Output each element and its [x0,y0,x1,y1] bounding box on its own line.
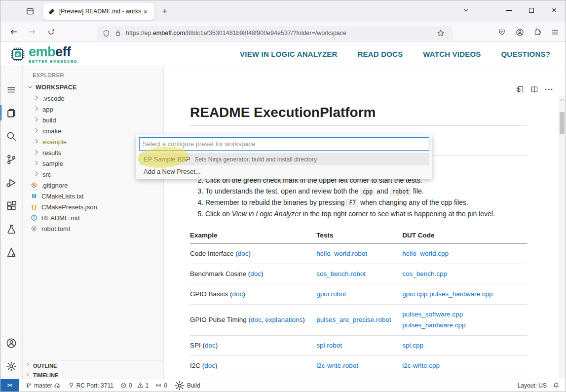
firefox-view-icon[interactable] [23,5,37,18]
activity-search-icon[interactable] [0,124,22,148]
tree-item-readme-md[interactable]: README.md [23,212,163,223]
activity-run-debug-icon[interactable] [0,171,22,194]
quick-pick-item[interactable]: EP Sample BSPSets Ninja generator, build… [139,153,429,165]
tree-item-cmakelists-txt[interactable]: MCMakeLists.txt [23,191,163,201]
doc-link[interactable]: doc [232,290,243,298]
tree-item-app[interactable]: app [23,104,163,115]
more-actions-icon[interactable]: ··· [545,85,554,93]
tree-item-build[interactable]: build [23,115,163,125]
doc-link[interactable]: pulses_are_precise.robot [316,316,391,323]
puzzle-icon[interactable] [531,25,544,39]
tree-root-workspace[interactable]: WORKSPACE [23,82,163,93]
address-bar[interactable]: https://ep.embeff.com/88dc1ef35301481b98… [97,26,453,40]
table-header-row: ExampleTestsDUT Code [190,228,527,244]
quick-pick-item-label: Add a New Preset... [144,168,201,175]
quick-pick-item[interactable]: Add a New Preset... [139,165,429,178]
close-button[interactable]: × [543,0,566,20]
doc-link[interactable]: pulses_hardware.cpp [429,290,492,298]
doc-link[interactable]: hello_world.cpp [402,250,449,257]
preview-icon[interactable] [516,85,524,93]
activity-extensions-icon[interactable] [0,194,22,217]
account-circle-icon[interactable] [513,25,526,39]
chevron-right-icon [25,371,33,379]
branch-status[interactable]: master [26,382,61,389]
emphasis-text: View in Logic Analyzer [232,210,301,218]
forward-icon[interactable] [24,25,40,39]
tree-item-label: build [42,117,56,124]
gear-file-icon [30,225,38,233]
activity-cmake-icon[interactable] [0,240,22,264]
maximize-button[interactable] [520,0,543,20]
activity-account-icon[interactable] [0,331,22,354]
doc-link[interactable]: spi.cpp [402,342,423,349]
doc-link[interactable]: spi.robot [316,342,342,349]
table-cell: spi.robot [316,336,402,356]
bell-icon[interactable] [553,382,560,389]
nav-link[interactable]: QUESTIONS? [501,50,550,58]
quick-pick-input[interactable] [139,137,429,151]
doc-link[interactable]: gpio.cpp [402,290,427,298]
doc-link[interactable]: doc [251,316,262,323]
tab-close-icon[interactable]: × [141,6,151,16]
section-timeline[interactable]: TIMELINE [23,371,163,379]
lock-icon[interactable] [114,30,121,37]
tree-item-cmakepresets-json[interactable]: {}CMakePresets.json [23,201,163,212]
pocket-icon[interactable] [495,25,508,39]
doc-link[interactable]: cos_bench.robot [316,270,366,277]
table-row: Code Interface (doc)hello_world.robothel… [190,244,527,264]
doc-link[interactable]: doc [205,342,216,349]
nav-link[interactable]: WATCH VIDEOS [423,50,481,58]
rc-port-status[interactable]: RC Port: 3711 [68,382,113,389]
tree-item-label: src [42,171,51,178]
tree-item--vscode[interactable]: .vscode [23,93,163,104]
tree-item--gitignore[interactable]: .gitignore [23,180,163,191]
chevron-up-icon[interactable] [559,97,565,103]
doc-link[interactable]: gpio.robot [316,290,346,298]
nav-link[interactable]: READ DOCS [358,50,403,58]
chevron-right-icon [33,127,41,135]
activity-source-control-icon[interactable] [0,148,22,171]
activity-files-icon[interactable] [0,101,22,124]
scrollbar-thumb[interactable] [560,112,565,134]
activity-menu-icon[interactable] [0,78,22,101]
embeff-logo[interactable]: e embeff BETTER EMBEDDED. [10,45,79,64]
column-header: Tests [316,228,402,244]
editor-scrollbar[interactable] [559,96,565,378]
back-icon[interactable] [5,25,21,39]
browser-tab[interactable]: [Preview] README.md - worksp × [43,3,154,20]
section-outline[interactable]: OUTLINE [23,360,163,371]
reload-icon[interactable] [43,25,59,39]
remote-indicator[interactable]: >< [0,379,19,392]
doc-link[interactable]: pulses_software.cpp [402,311,463,318]
layout-indicator[interactable]: Layout: US [518,382,547,389]
activity-bar-bottom [0,331,22,378]
examples-table: ExampleTestsDUT Code Code Interface (doc… [190,228,527,392]
broadcast-count: 0 [164,382,167,389]
doc-link[interactable]: i2c-write.robot [316,362,358,369]
quick-pick-list: EP Sample BSPSets Ninja generator, build… [139,153,429,178]
star-icon[interactable] [437,29,445,37]
doc-link[interactable]: hello_world.robot [316,250,367,257]
rc-port-label: RC Port: 3711 [76,382,113,389]
problems-status[interactable]: 0 1 [120,382,149,389]
doc-link[interactable]: cos_bench.cpp [402,270,447,277]
ports-status[interactable]: 0 [155,382,167,389]
activity-testing-icon[interactable] [0,217,22,240]
activity-settings-gear-icon[interactable] [0,354,22,378]
chevron-right-icon [33,149,41,157]
doc-link[interactable]: doc [238,250,249,257]
hamburger-icon[interactable] [549,25,562,39]
doc-link[interactable]: doc [204,362,215,369]
shield-icon[interactable] [103,30,110,37]
split-editor-icon[interactable] [530,85,538,93]
doc-link[interactable]: explanations [265,316,302,323]
build-status[interactable]: Build [174,380,200,391]
nav-link[interactable]: VIEW IN LOGIC ANALYZER [240,50,337,58]
tree-item-robot-toml[interactable]: robot.toml [23,223,163,234]
doc-link[interactable]: pulses_hardware.cpp [402,321,465,329]
doc-link[interactable]: doc [250,270,261,277]
doc-link[interactable]: i2c-write.cpp [402,362,440,369]
tab-list-icon[interactable] [462,6,470,14]
new-tab-button[interactable]: + [159,6,170,17]
minimize-button[interactable] [497,0,520,20]
